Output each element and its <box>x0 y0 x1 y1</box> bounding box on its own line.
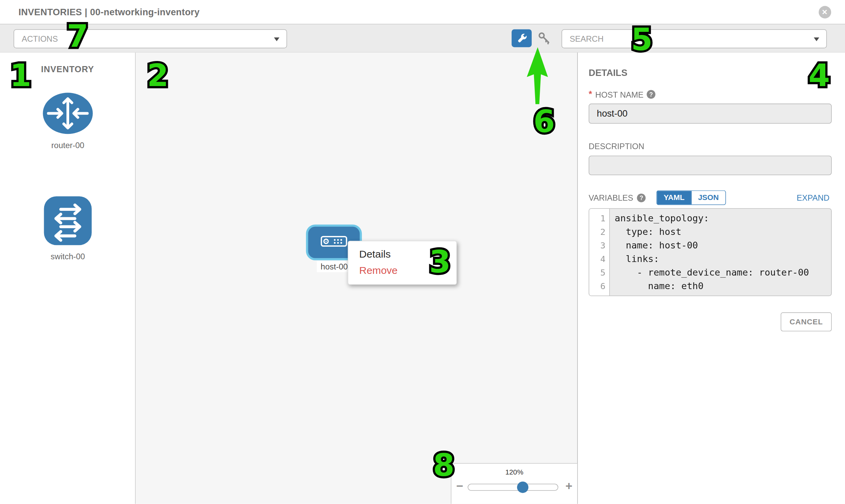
cancel-button[interactable]: CANCEL <box>780 312 831 331</box>
host-name-label: HOST NAME <box>595 90 644 99</box>
line-number: 5 <box>589 266 609 279</box>
switch-icon <box>43 196 92 246</box>
line-number: 4 <box>589 252 609 266</box>
annotation-4: 4 <box>808 60 830 91</box>
code-line: type: host <box>615 225 831 239</box>
line-number: 1 <box>589 212 609 225</box>
zoom-slider-thumb[interactable] <box>517 482 529 493</box>
expand-link[interactable]: EXPAND <box>796 193 829 202</box>
header: INVENTORIES | 00-networking-inventory ✕ <box>0 0 845 24</box>
close-icon[interactable]: ✕ <box>818 6 831 19</box>
host-name-field[interactable]: host-00 <box>589 104 832 124</box>
tab-yaml[interactable]: YAML <box>657 191 691 204</box>
actions-dropdown-label: ACTIONS <box>22 34 58 43</box>
code-line: links: <box>615 252 831 266</box>
details-heading: DETAILS <box>589 68 627 79</box>
sidebar-item-switch[interactable]: switch-00 <box>0 196 136 261</box>
tab-json[interactable]: JSON <box>691 191 725 204</box>
variables-label: VARIABLES <box>589 193 633 202</box>
code-line: - remote_device_name: router-00 <box>615 266 831 279</box>
line-number: 2 <box>589 225 609 239</box>
chevron-down-icon <box>814 37 819 41</box>
zoom-level-value: 120% <box>451 468 577 476</box>
actions-dropdown[interactable]: ACTIONS <box>14 29 287 48</box>
code-line: name: host-00 <box>615 239 831 252</box>
zoom-in-button[interactable]: + <box>565 480 573 493</box>
line-number: 3 <box>589 239 609 252</box>
variables-format-toggle: YAML JSON <box>656 191 726 205</box>
zoom-out-button[interactable]: − <box>456 480 463 493</box>
help-icon[interactable]: ? <box>637 193 646 202</box>
required-asterisk: * <box>589 89 592 99</box>
chevron-down-icon <box>274 37 279 41</box>
inventory-sidebar: INVENTORY router-00 <box>0 53 136 504</box>
details-panel: DETAILS * HOST NAME ? host-00 DESCRIPTIO… <box>579 53 845 504</box>
host-node-label: host-00 <box>317 261 351 272</box>
toolbar: ACTIONS SEARCH <box>0 24 845 53</box>
annotation-1: 1 <box>10 60 31 91</box>
line-number: 6 <box>589 279 609 293</box>
annotation-6: 6 <box>533 106 555 137</box>
host-icon <box>321 236 347 247</box>
annotation-5: 5 <box>631 24 652 55</box>
wrench-icon <box>515 32 528 45</box>
code-line: name: eth0 <box>615 279 831 293</box>
line-number: 7 <box>589 293 609 296</box>
app-window: INVENTORIES | 00-networking-inventory ✕ … <box>0 0 845 504</box>
router-icon <box>42 92 93 134</box>
annotation-2: 2 <box>147 60 169 91</box>
page-title: INVENTORIES | 00-networking-inventory <box>18 7 199 18</box>
variables-code-editor[interactable]: 1 2 3 4 5 6 7 ansible_topology: type: ho… <box>589 208 832 296</box>
annotation-7: 7 <box>67 21 88 52</box>
help-icon[interactable]: ? <box>647 90 655 99</box>
device-label: switch-00 <box>0 252 136 260</box>
code-line: remote_interface_name: eth0 <box>615 293 831 296</box>
annotation-8: 8 <box>433 450 454 481</box>
zoom-control: 120% − + <box>451 463 578 504</box>
key-icon[interactable] <box>538 32 551 44</box>
description-field[interactable] <box>589 156 832 175</box>
description-label: DESCRIPTION <box>589 142 644 151</box>
annotation-3: 3 <box>429 247 451 277</box>
code-line: ansible_topology: <box>615 212 831 225</box>
zoom-slider-track[interactable] <box>468 484 558 491</box>
annotation-arrow-icon <box>525 46 551 106</box>
editor-gutter: 1 2 3 4 5 6 7 <box>589 209 610 295</box>
editor-content[interactable]: ansible_topology: type: host name: host-… <box>610 209 831 295</box>
topology-canvas[interactable]: host-00 Details Remove 120% − + <box>136 53 578 504</box>
sidebar-item-router[interactable]: router-00 <box>0 92 136 150</box>
search-dropdown[interactable]: SEARCH <box>562 29 827 48</box>
device-label: router-00 <box>0 140 136 149</box>
toggle-toolbox-button[interactable] <box>512 29 532 47</box>
search-dropdown-label: SEARCH <box>570 34 603 43</box>
